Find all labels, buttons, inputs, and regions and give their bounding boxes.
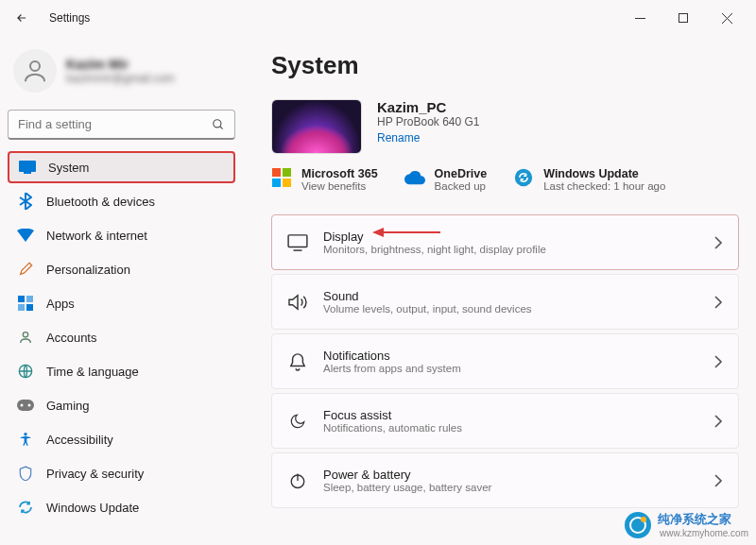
- status-title: OneDrive: [435, 167, 488, 180]
- sidebar-item-apps[interactable]: Apps: [8, 287, 235, 319]
- sidebar-item-bluetooth[interactable]: Bluetooth & devices: [8, 185, 235, 217]
- sidebar-item-accessibility[interactable]: Accessibility: [8, 423, 235, 455]
- device-block: Kazim_PC HP ProBook 640 G1 Rename: [271, 99, 739, 154]
- window-controls: [618, 4, 748, 32]
- globe-icon: [17, 363, 34, 380]
- moon-icon: [287, 411, 308, 432]
- svg-line-4: [220, 126, 223, 128]
- svg-rect-22: [288, 234, 307, 247]
- svg-rect-5: [19, 161, 36, 172]
- status-sub: Last checked: 1 hour ago: [543, 180, 665, 192]
- setting-sub: Alerts from apps and system: [323, 363, 713, 374]
- maximize-button[interactable]: [662, 4, 705, 32]
- search-box[interactable]: [8, 110, 235, 140]
- device-name: Kazim_PC: [377, 99, 480, 115]
- setting-sub: Monitors, brightness, night light, displ…: [323, 244, 713, 255]
- power-icon: [287, 470, 308, 491]
- close-icon: [722, 13, 732, 24]
- user-name: Kazim Mir: [66, 57, 175, 72]
- setting-notifications[interactable]: Notifications Alerts from apps and syste…: [271, 333, 739, 389]
- search-input[interactable]: [18, 117, 212, 131]
- update-status-icon: [513, 167, 534, 188]
- back-button[interactable]: [8, 4, 36, 32]
- user-block[interactable]: Kazim Mir kazimmir@gmail.com: [8, 43, 235, 104]
- svg-point-15: [28, 404, 31, 407]
- setting-title: Focus assist: [323, 408, 713, 422]
- sidebar-item-label: Windows Update: [46, 501, 139, 515]
- status-row: Microsoft 365 View benefits OneDrive Bac…: [271, 167, 739, 192]
- setting-title: Sound: [323, 289, 713, 303]
- setting-title: Display: [323, 230, 713, 244]
- sidebar-item-label: Bluetooth & devices: [46, 195, 155, 209]
- svg-point-3: [214, 119, 221, 127]
- svg-rect-20: [283, 179, 291, 187]
- setting-focus-assist[interactable]: Focus assist Notifications, automatic ru…: [271, 393, 739, 449]
- chevron-right-icon: [713, 236, 723, 249]
- accessibility-icon: [17, 431, 34, 448]
- svg-rect-7: [18, 296, 25, 302]
- maximize-icon: [679, 13, 688, 23]
- sidebar-item-label: Privacy & security: [46, 467, 144, 481]
- svg-rect-10: [26, 304, 33, 311]
- status-sub: View benefits: [301, 180, 378, 192]
- title-bar: Settings: [0, 0, 756, 36]
- rename-link[interactable]: Rename: [377, 131, 480, 145]
- update-icon: [17, 499, 34, 516]
- status-title: Windows Update: [543, 167, 665, 180]
- setting-title: Power & battery: [323, 468, 713, 482]
- chevron-right-icon: [713, 355, 723, 368]
- avatar: [13, 49, 57, 93]
- watermark-title: 纯净系统之家: [658, 512, 748, 528]
- back-icon: [15, 11, 28, 25]
- status-sub: Backed up: [435, 180, 488, 192]
- svg-rect-13: [17, 400, 34, 411]
- device-wallpaper: [271, 99, 362, 154]
- minimize-icon: [635, 13, 645, 24]
- chevron-right-icon: [713, 474, 723, 487]
- bell-icon: [287, 351, 308, 372]
- ms365-icon: [271, 167, 292, 188]
- sidebar-item-time-language[interactable]: Time & language: [8, 355, 235, 387]
- sidebar-item-privacy[interactable]: Privacy & security: [8, 457, 235, 489]
- system-icon: [19, 159, 36, 176]
- sidebar-item-gaming[interactable]: Gaming: [8, 389, 235, 421]
- status-microsoft-365[interactable]: Microsoft 365 View benefits: [271, 167, 378, 192]
- status-windows-update[interactable]: Windows Update Last checked: 1 hour ago: [513, 167, 665, 192]
- sidebar-item-label: Accounts: [46, 331, 96, 345]
- brush-icon: [17, 261, 34, 278]
- status-onedrive[interactable]: OneDrive Backed up: [404, 167, 488, 192]
- sidebar-item-system[interactable]: System: [8, 151, 235, 183]
- svg-rect-17: [272, 168, 281, 177]
- watermark-sub: www.kzmyhome.com: [660, 528, 748, 538]
- apps-icon: [17, 295, 34, 312]
- chevron-right-icon: [713, 415, 723, 428]
- gaming-icon: [17, 397, 34, 414]
- setting-display[interactable]: Display Monitors, brightness, night ligh…: [271, 214, 739, 270]
- svg-rect-8: [26, 296, 33, 302]
- sidebar-item-network[interactable]: Network & internet: [8, 219, 235, 251]
- chevron-right-icon: [713, 296, 723, 309]
- setting-sub: Sleep, battery usage, battery saver: [323, 482, 713, 493]
- close-button[interactable]: [705, 4, 748, 32]
- app-title: Settings: [49, 11, 90, 25]
- minimize-button[interactable]: [618, 4, 662, 32]
- display-icon: [287, 232, 308, 253]
- accounts-icon: [17, 329, 34, 346]
- svg-point-21: [515, 169, 532, 186]
- wifi-icon: [17, 227, 34, 244]
- watermark-icon: [624, 511, 652, 539]
- sidebar-item-personalization[interactable]: Personalization: [8, 253, 235, 285]
- svg-point-16: [24, 433, 26, 435]
- user-email: kazimmir@gmail.com: [66, 72, 175, 85]
- svg-rect-19: [272, 179, 281, 187]
- setting-sound[interactable]: Sound Volume levels, output, input, soun…: [271, 274, 739, 330]
- setting-sub: Notifications, automatic rules: [323, 422, 713, 434]
- svg-point-14: [21, 404, 24, 407]
- svg-point-11: [23, 332, 27, 337]
- sound-icon: [287, 292, 308, 313]
- sidebar-item-accounts[interactable]: Accounts: [8, 321, 235, 353]
- svg-point-31: [641, 517, 646, 522]
- sidebar-item-windows-update[interactable]: Windows Update: [8, 491, 235, 523]
- sidebar: Kazim Mir kazimmir@gmail.com System Blue…: [0, 36, 243, 545]
- setting-power[interactable]: Power & battery Sleep, battery usage, ba…: [271, 452, 739, 508]
